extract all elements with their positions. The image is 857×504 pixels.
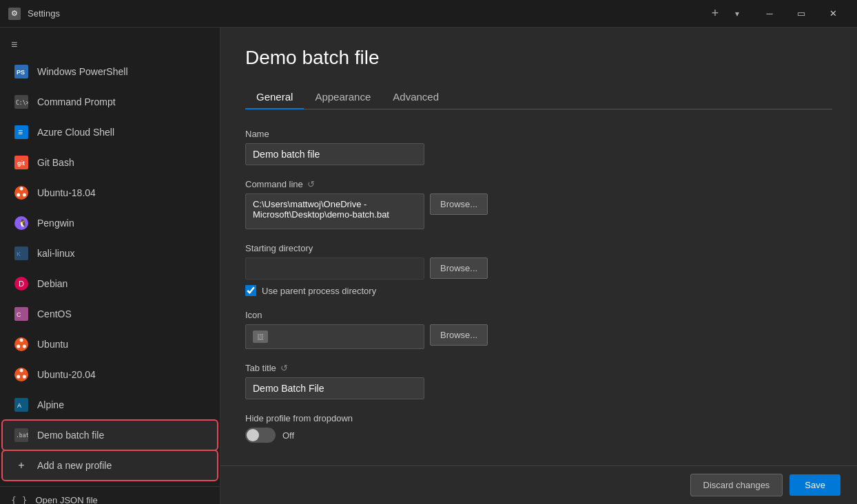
tab-appearance[interactable]: Appearance [304,85,382,109]
sidebar-item-demo-batch-file[interactable]: .bat Demo batch file [3,421,217,450]
sidebar-bottom: { } Open JSON file [0,486,220,504]
hide-profile-label: Hide profile from dropdown [245,413,832,423]
svg-text:.bat: .bat [16,432,28,439]
sidebar-item-label: Ubuntu-18.04 [37,187,206,198]
command-line-input[interactable]: C:\Users\mattwoj\OneDrive - Microsoft\De… [245,193,424,229]
sidebar-item-add-new-profile[interactable]: + Add a new profile [3,451,217,480]
svg-text:git: git [17,160,25,167]
maximize-button[interactable]: ▭ [785,0,817,28]
sidebar-item-label: Add a new profile [37,460,206,471]
starting-directory-input [245,258,424,280]
starting-directory-row: Browse... [245,258,832,280]
toggle-row: Off [245,428,832,443]
tab-general[interactable]: General [245,85,304,109]
tab-advanced[interactable]: Advanced [382,85,450,109]
name-label: Name [245,129,832,139]
page-title: Demo batch file [245,47,832,69]
svg-point-21 [20,339,23,342]
sidebar-item-label: Ubuntu [37,339,206,350]
sidebar-item-label: Debian [37,278,206,289]
sidebar-item-alpine[interactable]: A Alpine [3,390,217,419]
sidebar-item-git-bash[interactable]: git Git Bash [3,148,217,177]
git-icon: git [14,155,29,170]
sidebar-item-centos[interactable]: C CentOS [3,300,217,328]
add-icon: + [14,458,29,473]
icon-label: Icon [245,310,832,320]
icon-browse-button[interactable]: Browse... [430,324,488,346]
discard-changes-button[interactable]: Discard changes [690,474,783,496]
sidebar-item-ubuntu-18[interactable]: Ubuntu-18.04 [3,178,217,207]
sidebar-item-label: Windows PowerShell [37,66,206,77]
sidebar-item-label: Git Bash [37,157,206,168]
svg-text:🐧: 🐧 [18,218,28,228]
debian-icon: D [14,276,29,291]
sidebar-item-ubuntu-20[interactable]: Ubuntu-20.04 [3,360,217,389]
title-bar-title: Settings [28,8,699,19]
powershell-icon: PS [14,64,29,79]
tabs: General Appearance Advanced [245,85,832,109]
title-bar: ⚙ Settings + ▾ ─ ▭ ✕ [0,0,857,28]
open-json-button[interactable]: { } Open JSON file [0,487,220,504]
icon-input[interactable]: 🖼 [245,324,424,349]
app-icon: ⚙ [8,8,21,20]
starting-directory-browse-button[interactable]: Browse... [430,258,488,279]
sidebar-item-label: Pengwin [37,218,206,229]
icon-section: Icon 🖼 Browse... [245,310,832,349]
svg-point-25 [20,369,23,372]
sidebar: ≡ PS Windows PowerShell C:\> Command Pro… [0,28,220,504]
svg-point-26 [23,375,26,379]
ubuntu2-icon [14,337,29,352]
name-input[interactable] [245,143,424,165]
tab-title-label: Tab title ↺ [245,363,832,373]
svg-text:C: C [17,311,21,318]
command-line-browse-button[interactable]: Browse... [430,193,488,215]
hide-profile-toggle[interactable] [245,428,276,443]
sidebar-item-ubuntu[interactable]: Ubuntu [3,330,217,359]
ubuntu20-icon [14,367,29,382]
sidebar-item-label: Command Prompt [37,96,206,107]
starting-directory-label: Starting directory [245,243,832,253]
svg-point-23 [17,345,20,348]
use-parent-process-row: Use parent process directory [245,285,832,296]
sidebar-item-label: Ubuntu-20.04 [37,369,206,380]
kali-icon: K [14,246,29,261]
alpine-icon: A [14,397,29,412]
use-parent-process-label: Use parent process directory [262,286,376,296]
hamburger-button[interactable]: ≡ [0,33,30,56]
sidebar-item-label: Alpine [37,399,206,410]
tab-title-reset-icon[interactable]: ↺ [280,363,288,373]
sidebar-item-debian[interactable]: D Debian [3,269,217,298]
command-line-reset-icon[interactable]: ↺ [307,179,315,189]
sidebar-item-pengwin[interactable]: 🐧 Pengwin [3,209,217,238]
starting-directory-section: Starting directory Browse... Use parent … [245,243,832,296]
batch-icon: .bat [14,428,29,443]
svg-point-22 [23,345,26,348]
sidebar-item-azure-cloud-shell[interactable]: ≡ Azure Cloud Shell [3,118,217,147]
sidebar-item-kali-linux[interactable]: K kali-linux [3,239,217,268]
new-tab-button[interactable]: + [705,4,725,23]
tab-title-input[interactable] [245,377,424,399]
svg-point-27 [17,375,20,379]
sidebar-item-label: CentOS [37,308,206,319]
cmd-icon: C:\> [14,94,29,109]
svg-point-11 [17,193,20,197]
command-line-section: Command line ↺ C:\Users\mattwoj\OneDrive… [245,179,832,229]
bottom-action-bar: Discard changes Save [220,465,857,504]
main-content: Demo batch file General Appearance Advan… [220,28,857,504]
svg-text:C:\>: C:\> [16,100,28,106]
svg-text:A: A [17,402,21,409]
hide-profile-section: Hide profile from dropdown Off [245,413,832,443]
svg-point-10 [23,193,26,197]
pengwin-icon: 🐧 [14,216,29,231]
svg-text:K: K [17,251,21,258]
sidebar-item-command-prompt[interactable]: C:\> Command Prompt [3,87,217,116]
centos-icon: C [14,306,29,322]
close-button[interactable]: ✕ [817,0,849,28]
minimize-button[interactable]: ─ [754,0,785,28]
toggle-knob [247,429,259,441]
save-button[interactable]: Save [789,474,840,496]
tab-dropdown-button[interactable]: ▾ [727,4,747,23]
svg-text:PS: PS [17,69,25,76]
use-parent-process-checkbox[interactable] [245,285,256,296]
sidebar-item-windows-powershell[interactable]: PS Windows PowerShell [3,57,217,86]
